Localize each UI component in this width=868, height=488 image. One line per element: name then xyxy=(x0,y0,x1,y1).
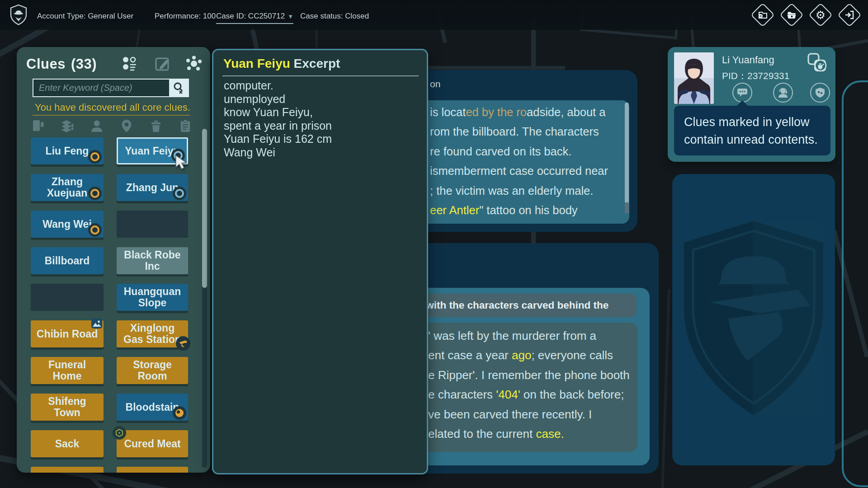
clue-slot[interactable] xyxy=(117,467,188,473)
view-toggle-button[interactable] xyxy=(121,55,138,72)
clue-button-chibin-road[interactable]: Chibin Road xyxy=(31,320,104,347)
relation-graph-icon xyxy=(185,55,203,72)
text-line: ' was left by the murderer from a xyxy=(428,326,641,346)
text-line: rom the billboard. The characters xyxy=(430,122,624,141)
location-text: is located by the roadside, about arom t… xyxy=(430,103,624,220)
text-line: ve been carved there recently. I xyxy=(428,405,641,424)
exit-button[interactable] xyxy=(839,5,860,25)
case-archive-button[interactable] xyxy=(752,5,773,25)
clue-slot xyxy=(31,284,104,311)
app-shield-logo-icon xyxy=(9,4,28,28)
headset-person-icon xyxy=(777,87,789,98)
case-id-dropdown[interactable]: Case ID: CC250712▼ xyxy=(216,12,293,24)
text-line: e characters '404' on the back before; xyxy=(428,385,641,404)
clue-button-zhang-xuejuan[interactable]: Zhang Xuejuan xyxy=(31,174,104,201)
clue-button-shifeng-town[interactable]: Shifeng Town xyxy=(31,394,104,421)
filter-person-icon[interactable] xyxy=(89,118,104,134)
swap-character-button[interactable] xyxy=(806,52,829,74)
clue-slot xyxy=(117,211,188,238)
text-line: unemployed xyxy=(224,93,418,106)
clue-label: Liu Feng xyxy=(46,145,89,157)
clue-slot[interactable] xyxy=(31,467,104,473)
clue-label: Storage Room xyxy=(133,359,172,382)
clue-label: Chibin Road xyxy=(37,328,98,340)
filter-files-icon[interactable] xyxy=(30,118,46,134)
clue-button-funeral-home[interactable]: Funeral Home xyxy=(31,357,104,384)
unread-clues-tooltip: Clues marked in yellowcontain unread con… xyxy=(674,106,830,155)
hex-badge-icon xyxy=(113,426,126,440)
performance-label: Performance: 100 xyxy=(155,12,216,21)
filter-sort-icon[interactable] xyxy=(60,118,75,134)
divider xyxy=(222,75,419,76)
location-scrollbar-thumb[interactable] xyxy=(625,202,629,213)
clue-button-sack[interactable]: Sack xyxy=(31,430,104,457)
clues-count: (33) xyxy=(71,56,97,72)
case-id-label: Case ID: CC250712 xyxy=(216,12,285,20)
profile-card: Li Yuanfang PID：23729331 xyxy=(668,47,835,162)
clue-label: Sack xyxy=(55,438,80,450)
case-folder-button[interactable] xyxy=(781,5,802,25)
location-scrollbar-track[interactable] xyxy=(625,103,629,203)
filter-trash-icon[interactable] xyxy=(148,118,164,134)
edit-notes-button[interactable] xyxy=(154,55,171,72)
search-input[interactable] xyxy=(33,80,169,96)
relation-graph-button[interactable] xyxy=(185,55,203,72)
swap-character-icon xyxy=(806,52,829,74)
filter-notes-icon[interactable] xyxy=(178,118,193,134)
badge-button[interactable] xyxy=(810,83,830,103)
clues-scrollbar-thumb[interactable] xyxy=(202,129,207,288)
clue-label: Black Robe Inc xyxy=(124,249,180,272)
mouse-cursor xyxy=(175,155,189,171)
clue-button-liu-feng[interactable]: Liu Feng xyxy=(31,137,104,164)
clue-grid: Liu FengYuan FeiyuZhang XuejuanZhang Jun… xyxy=(31,137,188,473)
clue-button-xinglong-gas-station[interactable]: Xinglong Gas Station xyxy=(117,320,188,347)
clue-button-billboard[interactable]: Billboard xyxy=(31,247,104,274)
tooltip-text: Clues marked in yellowcontain unread con… xyxy=(684,113,818,149)
eye-orange-badge-icon xyxy=(88,223,102,237)
clue-button-cured-meat[interactable]: Cured Meat xyxy=(117,430,188,457)
clue-button-wang-wei[interactable]: Wang Wei xyxy=(31,211,104,238)
clue-button-zhang-jun[interactable]: Zhang Jun xyxy=(117,174,188,201)
text-line: ; the victim was an elderly male. xyxy=(430,181,624,201)
text-line: ismemberment case occurred near xyxy=(430,161,624,181)
eye-orange-badge-icon xyxy=(88,187,102,200)
profile-pid: PID：23729331 xyxy=(722,70,789,82)
clues-panel-title: Clues(33) xyxy=(26,56,97,72)
support-button[interactable] xyxy=(773,83,793,103)
clue-label: Cured Meat xyxy=(124,438,180,450)
core-clues-notice: You have discovered all core clues. xyxy=(35,102,190,113)
clues-panel: Clues(33) xyxy=(17,47,210,473)
eye-blue-badge-icon xyxy=(173,187,186,200)
text-line: ent case a year ago; everyone calls xyxy=(428,346,641,365)
statement-text: ' was left by the murderer from aent cas… xyxy=(428,326,641,444)
grid-list-icon xyxy=(121,55,138,72)
chevron-down-icon: ▼ xyxy=(288,13,293,20)
clue-label: Xinglong Gas Station xyxy=(123,323,181,345)
account-type-label: Account Type: General User xyxy=(37,12,133,21)
chat-button[interactable] xyxy=(732,83,752,103)
case-folder-icon xyxy=(786,9,797,20)
clue-button-storage-room[interactable]: Storage Room xyxy=(117,357,188,384)
record-badge-icon xyxy=(173,406,186,420)
text-line: Wang Wei xyxy=(224,146,418,160)
gear-icon: ⚙ xyxy=(816,9,826,21)
eye-orange-badge-icon xyxy=(88,150,102,164)
filter-location-icon[interactable] xyxy=(119,118,134,134)
settings-button[interactable]: ⚙ xyxy=(810,5,831,25)
detail-placeholder-panel xyxy=(672,174,835,465)
clue-button-bloodstain[interactable]: Bloodstain xyxy=(117,394,188,421)
clue-filter-row xyxy=(30,118,193,134)
search-button[interactable] xyxy=(169,80,188,96)
edit-pencil-icon xyxy=(154,55,171,72)
clue-button-black-robe-inc[interactable]: Black Robe Inc xyxy=(117,247,188,274)
avatar[interactable] xyxy=(674,52,714,104)
case-status-label: Case status: Closed xyxy=(300,12,369,21)
excerpt-lines: computer.unemployedknow Yuan Feiyu,spent… xyxy=(224,79,418,160)
text-line: know Yuan Feiyu, xyxy=(224,106,418,119)
clue-button-huangquan-slope[interactable]: Huangquan Slope xyxy=(117,284,188,311)
text-line: re found carved on its back. xyxy=(430,142,624,161)
excerpt-subject-name: Yuan Feiyu xyxy=(223,56,290,70)
top-bar: Account Type: General User Performance: … xyxy=(0,0,868,30)
location-panel-title-fragment: on xyxy=(430,79,440,89)
shield-watermark-icon xyxy=(678,212,830,424)
